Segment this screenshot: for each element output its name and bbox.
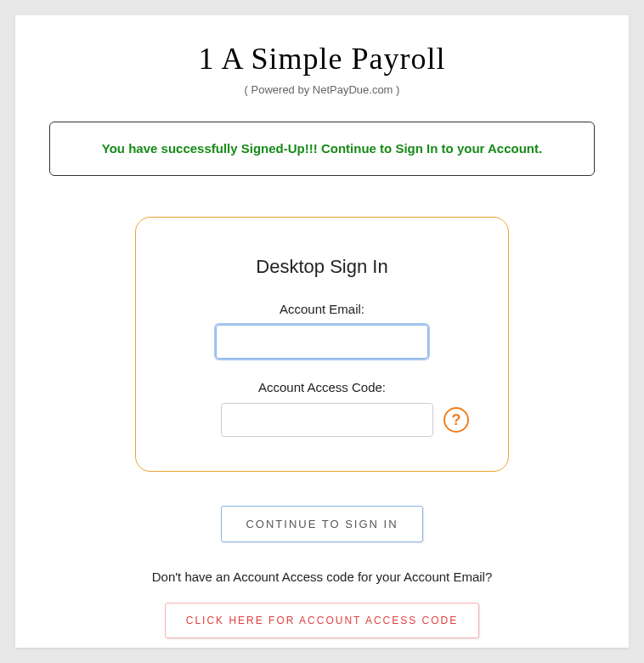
success-banner: You have successfully Signed-Up!!! Conti… — [49, 122, 595, 176]
success-message: You have successfully Signed-Up!!! Conti… — [102, 141, 542, 156]
signin-panel: Desktop Sign In Account Email: Account A… — [135, 217, 509, 472]
email-input-wrapper — [166, 325, 478, 359]
code-input-wrapper: ? — [166, 403, 478, 437]
main-card: 1 A Simple Payroll ( Powered by NetPayDu… — [15, 15, 629, 648]
panel-title: Desktop Sign In — [166, 256, 478, 278]
code-label: Account Access Code: — [166, 380, 478, 394]
help-icon[interactable]: ? — [443, 407, 469, 433]
access-code-input[interactable] — [221, 403, 433, 437]
header: 1 A Simple Payroll ( Powered by NetPayDu… — [49, 41, 595, 96]
email-input[interactable] — [216, 325, 428, 359]
actions-section: CONTINUE TO SIGN IN Don't have an Accoun… — [49, 506, 595, 638]
helper-text: Don't have an Account Access code for yo… — [49, 570, 595, 584]
continue-button[interactable]: CONTINUE TO SIGN IN — [221, 506, 422, 542]
app-title: 1 A Simple Payroll — [49, 41, 595, 76]
get-access-code-button[interactable]: CLICK HERE FOR ACCOUNT ACCESS CODE — [165, 603, 480, 638]
email-label: Account Email: — [166, 302, 478, 316]
subtitle: ( Powered by NetPayDue.com ) — [49, 83, 595, 96]
